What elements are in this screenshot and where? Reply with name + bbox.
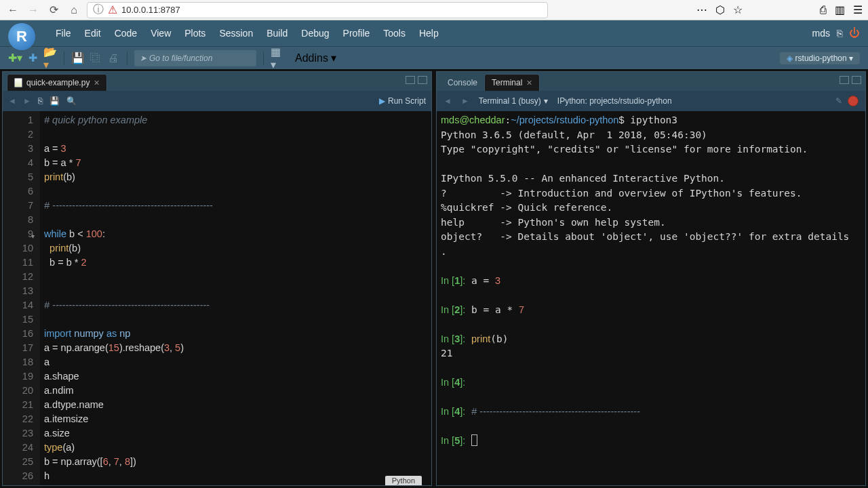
user-exit-icon[interactable]: ⎘ [837, 28, 842, 39]
show-in-new-icon[interactable]: ⎘ [38, 96, 43, 106]
grid-icon[interactable]: ▦ ▾ [271, 52, 284, 65]
tab-console[interactable]: Console [441, 75, 484, 91]
new-file-icon[interactable]: ✚▾ [8, 52, 22, 65]
home-button[interactable]: ⌂ [66, 3, 81, 18]
terminal-toolbar: ◄ ► Terminal 1 (busy)▾ IPython: projects… [437, 91, 865, 111]
back-button[interactable]: ← [5, 3, 20, 18]
save-icon[interactable]: 💾 [71, 52, 85, 65]
power-icon[interactable]: ⏻ [849, 27, 860, 39]
insecure-icon: ⚠ [108, 3, 117, 16]
editor-tabs: quick-example.py ✕ [3, 72, 431, 91]
new-project-icon[interactable]: ✚ [26, 52, 39, 65]
user-label: mds [812, 28, 830, 39]
close-icon[interactable]: ✕ [94, 79, 100, 87]
nav-back-icon[interactable]: ◄ [443, 96, 452, 106]
main-split: quick-example.py ✕ ◄ ► ⎘ 💾 🔍 ▶ Run Scrip… [0, 69, 868, 488]
run-icon: ▶ [379, 96, 385, 106]
menu-help[interactable]: Help [412, 28, 446, 39]
sidebar-icon[interactable]: ▥ [835, 3, 845, 16]
open-file-icon[interactable]: 📂▾ [43, 52, 57, 65]
nav-fwd-icon[interactable]: ► [23, 96, 31, 106]
stop-button[interactable] [848, 96, 859, 106]
browser-chrome: ← → ⟳ ⌂ ⓘ ⚠ 10.0.0.11:8787 ⋯ ⬡ ☆ ⎙ ▥ ☰ [0, 0, 868, 20]
url-bar[interactable]: ⓘ ⚠ 10.0.0.11:8787 [87, 2, 548, 18]
print-icon[interactable]: 🖨 [106, 52, 120, 65]
meatball-icon[interactable]: ⋯ [696, 3, 707, 16]
app-menubar: R FileEditCodeViewPlotsSessionBuildDebug… [0, 20, 868, 46]
library-icon[interactable]: ⎙ [820, 4, 827, 16]
save-all-icon[interactable]: ⿻ [89, 52, 102, 65]
forward-button[interactable]: → [26, 3, 41, 18]
reload-button[interactable]: ⟳ [46, 3, 61, 18]
save-file-icon[interactable]: 💾 [50, 96, 60, 106]
goto-placeholder: Go to file/function [149, 54, 212, 63]
project-cube-icon: ◈ [787, 54, 793, 63]
editor-content[interactable]: # quick python example a = 3b = a * 7pri… [40, 111, 431, 485]
editor-tab-label: quick-example.py [26, 78, 90, 87]
editor-gutter: 123456789▾101112131415161718192021222324… [3, 111, 40, 485]
goto-arrow-icon: ➤ [140, 54, 146, 63]
editor-tab-quick-example[interactable]: quick-example.py ✕ [7, 74, 107, 91]
bookmark-star-icon[interactable]: ☆ [733, 3, 743, 16]
code-editor[interactable]: 123456789▾101112131415161718192021222324… [3, 111, 431, 485]
project-selector[interactable]: ◈ rstudio-python ▾ [780, 52, 860, 64]
maximize-pane-icon[interactable] [852, 76, 861, 84]
find-icon[interactable]: 🔍 [66, 96, 77, 106]
addins-dropdown[interactable]: Addins ▾ [288, 52, 343, 64]
menu-plots[interactable]: Plots [178, 28, 212, 39]
run-script-button[interactable]: ▶ Run Script [379, 96, 426, 106]
menu-file[interactable]: File [49, 28, 78, 39]
minimize-pane-icon[interactable] [406, 76, 415, 84]
menu-profile[interactable]: Profile [336, 28, 377, 39]
right-tabs: Console Terminal ✕ [437, 72, 865, 91]
close-icon[interactable]: ✕ [526, 79, 532, 87]
menu-edit[interactable]: Edit [78, 28, 108, 39]
console-pane: Console Terminal ✕ ◄ ► Terminal 1 (busy)… [436, 71, 866, 486]
terminal-output[interactable]: mds@cheddar:~/projects/rstudio-python$ i… [437, 111, 865, 485]
menu-build[interactable]: Build [260, 28, 294, 39]
goto-input[interactable]: ➤ Go to file/function [134, 50, 256, 66]
maximize-pane-icon[interactable] [418, 76, 427, 84]
pocket-icon[interactable]: ⬡ [715, 3, 725, 16]
terminal-selector[interactable]: Terminal 1 (busy)▾ [479, 96, 548, 106]
menu-code[interactable]: Code [108, 28, 144, 39]
app-toolbar: ✚▾ ✚ 📂▾ 💾 ⿻ 🖨 ➤ Go to file/function ▦ ▾ … [0, 46, 868, 69]
menu-view[interactable]: View [144, 28, 178, 39]
terminal-title: IPython: projects/rstudio-python [557, 96, 672, 106]
nav-fwd-icon[interactable]: ► [461, 96, 469, 106]
tab-terminal[interactable]: Terminal ✕ [484, 74, 540, 91]
menu-tools[interactable]: Tools [376, 28, 412, 39]
info-icon: ⓘ [93, 3, 104, 17]
editor-language-indicator[interactable]: Python [385, 476, 422, 485]
editor-toolbar: ◄ ► ⎘ 💾 🔍 ▶ Run Script [3, 91, 431, 111]
clear-icon[interactable]: ✎ [835, 96, 842, 106]
menu-session[interactable]: Session [212, 28, 260, 39]
file-icon [14, 78, 22, 87]
source-pane: quick-example.py ✕ ◄ ► ⎘ 💾 🔍 ▶ Run Scrip… [2, 71, 432, 486]
url-text: 10.0.0.11:8787 [121, 5, 180, 15]
minimize-pane-icon[interactable] [840, 76, 849, 84]
nav-back-icon[interactable]: ◄ [8, 96, 16, 106]
rstudio-logo-icon: R [8, 23, 35, 50]
menu-debug[interactable]: Debug [294, 28, 336, 39]
hamburger-icon[interactable]: ☰ [853, 3, 863, 16]
